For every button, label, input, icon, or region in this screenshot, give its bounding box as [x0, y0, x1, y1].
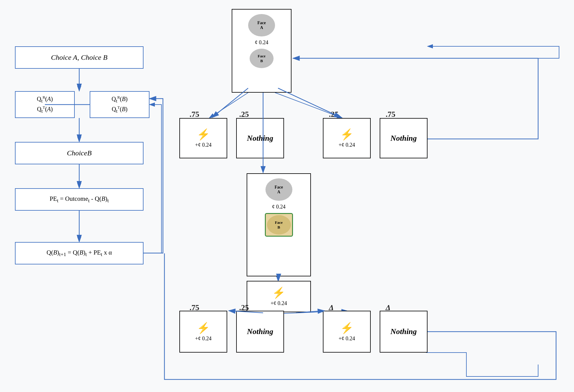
mid-face-b-oval-selected: FaceB [267, 215, 291, 235]
bot-right-lightning-box: ⚡ +¢ 0.24 [323, 311, 371, 353]
choice-b-box: Choice B [15, 142, 144, 164]
bot-right-nothing-label: Nothing [390, 327, 417, 336]
choice-ab-label: Choice A, Choice B [51, 53, 108, 62]
mid-face-card: FaceA ¢ 0.24 FaceB [247, 173, 311, 276]
pe-equation-label: PEt = Outcomet - Q(B)t [50, 195, 109, 204]
qt-a-label: QtT(A) [37, 105, 53, 114]
prob-top-p4: .75 [386, 110, 396, 119]
qt-b-label: QtT(B) [112, 105, 128, 114]
qr-b-label: QtR(B) [112, 95, 127, 104]
top-left-nothing-box: Nothing [236, 118, 284, 158]
lightning-icon-3: ⚡ [272, 287, 286, 299]
prob-top-p3: .25 [329, 110, 339, 119]
top-left-lightning-label: +¢ 0.24 [195, 142, 211, 148]
pe-equation-box: PEt = Outcomet - Q(B)t [15, 188, 144, 211]
top-right-nothing-label: Nothing [390, 134, 417, 143]
top-card-price: ¢ 0.24 [255, 39, 268, 46]
q-values-b-box: QtR(B) QtT(B) [90, 91, 149, 118]
qr-a-label: QtR(A) [37, 95, 53, 104]
bot-left-lightning-label: +¢ 0.24 [195, 336, 211, 342]
mid-lightning-label: +¢ 0.24 [271, 300, 287, 307]
lightning-icon-2: ⚡ [340, 128, 354, 141]
prob-top-p1: .75 [190, 110, 199, 119]
top-face-a-oval: FaceA [248, 14, 275, 36]
bot-left-nothing-label: Nothing [247, 327, 273, 336]
top-right-lightning-label: +¢ 0.24 [338, 142, 355, 148]
bot-right-nothing-box: Nothing [380, 311, 428, 353]
top-right-nothing-box: Nothing [380, 118, 428, 158]
lightning-icon-5: ⚡ [340, 322, 354, 334]
choice-ab-box: Choice A, Choice B [15, 46, 144, 69]
mid-card-price: ¢ 0.24 [272, 204, 286, 210]
bot-right-lightning-label: +¢ 0.24 [338, 336, 355, 342]
diagram-container: Choice A, Choice B QtR(A) QtT(A) QtR(B) … [0, 0, 574, 392]
q-update-box: Q(B)t+1 = Q(B)t + PEt x α [15, 242, 144, 264]
lightning-icon-4: ⚡ [197, 322, 210, 334]
bot-left-lightning-box: ⚡ +¢ 0.24 [179, 311, 227, 353]
top-face-b-oval: FaceB [250, 49, 274, 68]
bot-left-nothing-box: Nothing [236, 311, 284, 353]
lightning-icon-1: ⚡ [197, 128, 210, 141]
top-left-lightning-box: ⚡ +¢ 0.24 [179, 118, 227, 158]
top-right-lightning-box: ⚡ +¢ 0.24 [323, 118, 371, 158]
prob-top-p2: .25 [239, 110, 249, 119]
top-face-card: FaceA ¢ 0.24 FaceB [232, 9, 291, 93]
q-values-a-box: QtR(A) QtT(A) [15, 91, 75, 118]
q-update-label: Q(B)t+1 = Q(B)t + PEt x α [47, 249, 112, 258]
mid-lightning-box: ⚡ +¢ 0.24 [247, 281, 311, 312]
top-left-nothing-label: Nothing [247, 134, 273, 143]
mid-face-a-oval: FaceA [265, 178, 292, 201]
